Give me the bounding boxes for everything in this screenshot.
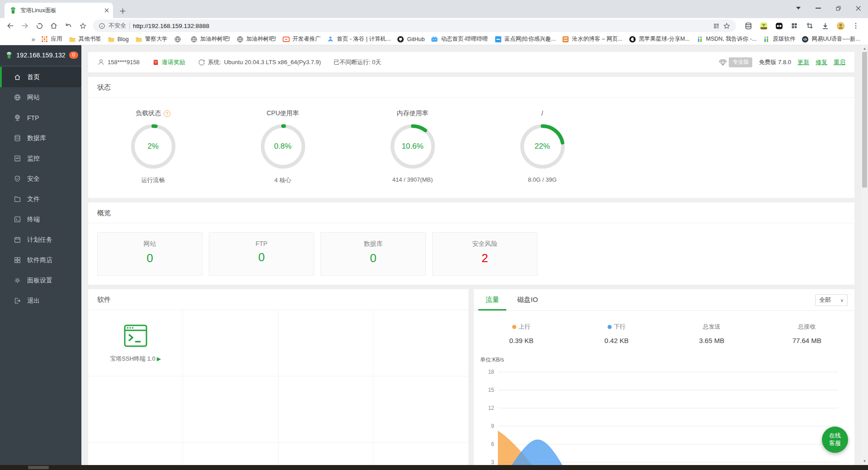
forward-icon[interactable] [18, 19, 32, 33]
sidebar-item[interactable]: 面板设置 [0, 270, 81, 291]
nav-store-icon [14, 256, 21, 264]
overview-card[interactable]: 网站 0 [97, 232, 203, 276]
software-empty-cell [373, 376, 468, 443]
url-text[interactable]: http://192.168.159.132:8888 [133, 23, 710, 29]
reload-icon[interactable] [33, 19, 46, 33]
bookmark-item[interactable]: 蓝点网|给你感兴趣... [491, 34, 559, 44]
minimize-button[interactable] [808, 0, 828, 16]
overview-card[interactable]: 安全风险 2 [432, 232, 538, 276]
bookmarks-overflow-chevron[interactable]: » [28, 35, 38, 43]
bookmark-item[interactable]: 网易UU语音----新... [798, 34, 863, 44]
sidebar-item[interactable]: 退出 [0, 291, 81, 311]
sidebar-item[interactable]: 数据库 [0, 128, 81, 148]
profile-avatar[interactable] [834, 19, 847, 33]
star-icon[interactable] [723, 22, 731, 30]
menu-dots-icon[interactable] [849, 19, 863, 33]
software-app-cell[interactable]: 宝塔SSH终端 1.0 ▶ [88, 310, 183, 376]
new-tab-button[interactable] [119, 8, 126, 14]
bookmark-item[interactable]: 开发者推广 [279, 34, 324, 44]
home-icon[interactable] [47, 19, 61, 33]
bookmark-item[interactable] [171, 35, 187, 44]
download-icon[interactable] [818, 19, 832, 33]
bookmark-item[interactable]: 加油种树吧! [187, 34, 233, 44]
svg-text:12: 12 [488, 405, 495, 411]
close-window-button[interactable] [848, 0, 868, 16]
repair-link[interactable]: 修复 [816, 58, 827, 66]
sidebar-header[interactable]: 192.168.159.132 0 [0, 45, 81, 65]
os-taskbar-edge [0, 465, 868, 470]
restart-link[interactable]: 重启 [834, 58, 845, 66]
pro-badge[interactable]: 专业版 [729, 57, 752, 67]
info-icon[interactable] [99, 23, 105, 29]
user-group[interactable]: 158****9158 [97, 58, 140, 66]
page-scrollbar[interactable]: ▲ ▼ [861, 45, 868, 470]
browser-tab[interactable]: 宝塔Linux面板 [5, 3, 113, 18]
sidebar-item[interactable]: 软件商店 [0, 250, 81, 270]
svg-text:15: 15 [488, 387, 495, 393]
security-label: 不安全 [108, 22, 126, 30]
bookmark-item[interactable]: 沧水的博客 – 网页... [559, 34, 626, 44]
undo-icon[interactable] [61, 19, 75, 33]
sidebar-item[interactable]: 网站 [0, 87, 81, 108]
bookmark-item[interactable]: 原版软件 [760, 34, 798, 44]
scrollbar-thumb[interactable] [862, 52, 867, 188]
update-link[interactable]: 更新 [797, 58, 809, 66]
play-icon[interactable]: ▶ [157, 356, 161, 362]
globe-icon [190, 36, 198, 43]
sidebar-item[interactable]: 监控 [0, 148, 81, 169]
nav-database-icon [14, 134, 21, 142]
overview-card[interactable]: 数据库 0 [321, 232, 426, 276]
system-group: 系统: Ubuntu 20.04.3 LTS x86_64(Py3.7.9) [198, 58, 321, 66]
extension-discs-icon[interactable] [741, 19, 755, 33]
software-empty-cell [373, 310, 468, 376]
bookmark-item[interactable]: GitHub [394, 35, 428, 44]
tab-search-caret-icon[interactable] [788, 0, 808, 16]
traffic-tab[interactable]: 磁盘IO [510, 289, 545, 310]
software-empty-cell [88, 376, 183, 443]
bookmark-item[interactable]: 其他书签 [66, 34, 104, 44]
traffic-tab[interactable]: 流量 [478, 289, 506, 310]
tab-close-icon[interactable] [104, 8, 109, 13]
extension-crop-icon[interactable] [803, 19, 816, 33]
browser-toolbar: 不安全 http://192.168.159.132:8888 [0, 18, 868, 33]
bookmark-item[interactable]: 动态首页-哔哩哔哩 [428, 34, 491, 44]
bookmarks-bar: » 应用 其他书签 Blog 警察大学 加油种树吧! [0, 33, 868, 45]
taskbar-button[interactable] [28, 466, 49, 469]
scroll-up-icon[interactable]: ▲ [861, 45, 868, 52]
apps-grid-icon [41, 36, 48, 43]
nav-settings-icon [14, 277, 21, 284]
sidebar-item[interactable]: 文件 [0, 189, 81, 209]
qr-code-icon[interactable] [713, 23, 720, 29]
back-icon[interactable] [4, 19, 17, 33]
bookmark-star-icon[interactable] [76, 19, 90, 33]
message-badge[interactable]: 0 [69, 52, 78, 59]
msdn-icon [696, 36, 703, 43]
interface-filter-select[interactable]: 全部 ∨ [815, 294, 848, 306]
bookmark-item[interactable]: MSDN, 我告诉你 -... [693, 34, 760, 44]
sidebar-item[interactable]: 终端 [0, 209, 81, 230]
sidebar-item[interactable]: 安全 [0, 169, 81, 189]
overview-card[interactable]: FTP 0 [209, 232, 314, 276]
scroll-down-icon[interactable]: ▼ [861, 458, 868, 465]
bookmark-item[interactable]: 首页 - 洛谷 | 计算机... [324, 34, 394, 44]
bookmark-item[interactable]: 警察大学 [132, 34, 171, 44]
online-support-button[interactable]: 在线 客服 [822, 427, 848, 453]
sidebar-item[interactable]: 计划任务 [0, 230, 81, 250]
extension-panda-icon[interactable] [772, 19, 786, 33]
bookmark-item[interactable]: 加油种树吧! [233, 34, 279, 44]
folder-icon [108, 36, 115, 43]
bookmark-item[interactable]: Blog [104, 35, 132, 44]
bt-logo-icon [5, 52, 13, 59]
extension-sprout-icon[interactable] [757, 19, 770, 33]
sidebar-item[interactable]: FTP [0, 108, 81, 128]
bookmark-item[interactable]: 应用 [38, 34, 66, 44]
nav-terminal-icon [14, 216, 21, 223]
software-empty-cell [183, 310, 278, 376]
help-icon[interactable]: ? [164, 110, 170, 117]
sidebar-item[interactable]: 首页 [0, 67, 81, 87]
invite-group[interactable]: 邀请奖励 [152, 58, 185, 66]
bookmark-item[interactable]: 黑苹果星球-分享M... [626, 34, 693, 44]
extension-grid-icon[interactable] [788, 19, 801, 33]
address-bar[interactable]: 不安全 http://192.168.159.132:8888 [93, 19, 736, 32]
restore-button[interactable] [828, 0, 848, 16]
